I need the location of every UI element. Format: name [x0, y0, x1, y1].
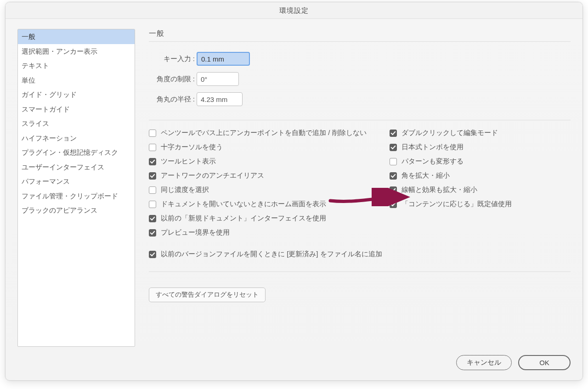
checkbox-icon[interactable] [390, 201, 397, 208]
cancel-button[interactable]: キャンセル [456, 355, 512, 370]
checkbox-label: ツールヒント表示 [161, 157, 216, 166]
checkbox-label: パターンも変形する [401, 157, 464, 166]
checkbox-option[interactable]: 角を拡大・縮小 [390, 171, 512, 180]
preferences-window: 環境設定 一般選択範囲・アンカー表示テキスト単位ガイド・グリッドスマートガイドス… [5, 2, 583, 381]
checkbox-option[interactable]: ペンツールでパス上にアンカーポイントを自動で追加 / 削除しない [149, 129, 367, 137]
checkbox-icon[interactable] [390, 186, 397, 194]
checkbox-icon[interactable] [149, 251, 156, 258]
checkbox-column-left: ペンツールでパス上にアンカーポイントを自動で追加 / 削除しない十字カーソルを使… [149, 129, 367, 242]
checkbox-label: ペンツールでパス上にアンカーポイントを自動で追加 / 削除しない [161, 129, 367, 137]
checkbox-label: ドキュメントを開いていないときにホーム画面を表示 [161, 200, 326, 209]
sidebar-item[interactable]: 単位 [18, 73, 135, 88]
divider [149, 120, 571, 120]
key-input-field[interactable] [197, 52, 250, 66]
dialog-footer: キャンセル OK [6, 355, 582, 380]
angle-limit-field[interactable] [197, 72, 239, 86]
sidebar-item[interactable]: ブラックのアピアランス [18, 203, 135, 218]
checkbox-option[interactable]: 十字カーソルを使う [149, 143, 367, 152]
checkbox-option[interactable]: プレビュー境界を使用 [149, 228, 367, 237]
checkbox-option[interactable]: ダブルクリックして編集モード [390, 129, 512, 137]
ok-button[interactable]: OK [518, 355, 571, 370]
divider [149, 271, 571, 272]
sidebar-item[interactable]: 選択範囲・アンカー表示 [18, 44, 135, 59]
checkbox-option[interactable]: 同じ濃度を選択 [149, 186, 367, 194]
checkbox-icon[interactable] [149, 215, 156, 222]
checkbox-icon[interactable] [149, 186, 156, 194]
sidebar-item[interactable]: ユーザーインターフェイス [18, 160, 135, 175]
category-sidebar: 一般選択範囲・アンカー表示テキスト単位ガイド・グリッドスマートガイドスライスハイ… [17, 29, 135, 347]
checkbox-label: 角を拡大・縮小 [401, 171, 450, 180]
checkbox-option[interactable]: 以前の「新規ドキュメント」インターフェイスを使用 [149, 214, 367, 223]
checkbox-option[interactable]: 以前のバージョンファイルを開くときに [更新済み] をファイル名に追加 [149, 250, 571, 259]
checkbox-label: 日本式トンボを使用 [401, 143, 464, 152]
window-title: 環境設定 [6, 2, 582, 19]
checkbox-icon[interactable] [390, 158, 397, 165]
checkbox-option[interactable]: ドキュメントを開いていないときにホーム画面を表示 [149, 200, 367, 209]
checkbox-column-right: ダブルクリックして編集モード日本式トンボを使用パターンも変形する角を拡大・縮小線… [390, 129, 512, 242]
sidebar-item[interactable]: プラグイン・仮想記憶ディスク [18, 145, 135, 160]
checkbox-label: 以前の「新規ドキュメント」インターフェイスを使用 [161, 214, 326, 223]
sidebar-item[interactable]: ファイル管理・クリップボード [18, 189, 135, 203]
checkbox-label: ダブルクリックして編集モード [401, 129, 498, 137]
sidebar-item[interactable]: 一般 [18, 29, 135, 44]
sidebar-item[interactable]: テキスト [18, 58, 135, 73]
checkbox-icon[interactable] [149, 172, 156, 180]
corner-radius-field[interactable] [197, 92, 243, 106]
sidebar-item[interactable]: スマートガイド [18, 102, 135, 117]
checkbox-label: 線幅と効果も拡大・縮小 [401, 186, 477, 194]
reset-warnings-button[interactable]: すべての警告ダイアログをリセット [149, 288, 266, 302]
checkbox-option[interactable]: アートワークのアンチエイリアス [149, 171, 367, 180]
sidebar-item[interactable]: スライス [18, 116, 135, 131]
main-panel: 一般 キー入力 : 角度の制限 : 角丸の半径 : ペンツールでパス上にアンカー… [135, 29, 571, 347]
sidebar-item[interactable]: パフォーマンス [18, 174, 135, 189]
checkbox-icon[interactable] [149, 158, 156, 165]
checkbox-label: 十字カーソルを使う [161, 143, 223, 152]
checkbox-label: 以前のバージョンファイルを開くときに [更新済み] をファイル名に追加 [161, 250, 382, 259]
checkbox-label: プレビュー境界を使用 [161, 228, 230, 237]
content-area: 一般選択範囲・アンカー表示テキスト単位ガイド・グリッドスマートガイドスライスハイ… [6, 19, 582, 355]
checkbox-icon[interactable] [390, 172, 397, 180]
sidebar-item[interactable]: ガイド・グリッド [18, 87, 135, 102]
checkbox-option[interactable]: 日本式トンボを使用 [390, 143, 512, 152]
checkbox-option[interactable]: パターンも変形する [390, 157, 512, 166]
angle-limit-label: 角度の制限 : [149, 75, 195, 84]
checkbox-option[interactable]: 「コンテンツに応じる」既定値使用 [390, 200, 512, 209]
checkbox-option[interactable]: 線幅と効果も拡大・縮小 [390, 186, 512, 194]
section-title: 一般 [149, 29, 571, 42]
checkbox-icon[interactable] [149, 130, 156, 137]
key-input-label: キー入力 : [149, 55, 195, 63]
checkbox-label: 同じ濃度を選択 [161, 186, 209, 194]
checkbox-option[interactable]: ツールヒント表示 [149, 157, 367, 166]
checkbox-icon[interactable] [149, 144, 156, 151]
checkbox-icon[interactable] [149, 201, 156, 208]
sidebar-item[interactable]: ハイフネーション [18, 131, 135, 146]
checkbox-label: アートワークのアンチエイリアス [161, 171, 264, 180]
checkbox-icon[interactable] [390, 144, 397, 151]
checkbox-wide-row: 以前のバージョンファイルを開くときに [更新済み] をファイル名に追加 [149, 250, 571, 264]
checkbox-icon[interactable] [149, 229, 156, 237]
checkbox-icon[interactable] [390, 130, 397, 137]
checkbox-label: 「コンテンツに応じる」既定値使用 [401, 200, 512, 209]
corner-radius-label: 角丸の半径 : [149, 95, 195, 104]
